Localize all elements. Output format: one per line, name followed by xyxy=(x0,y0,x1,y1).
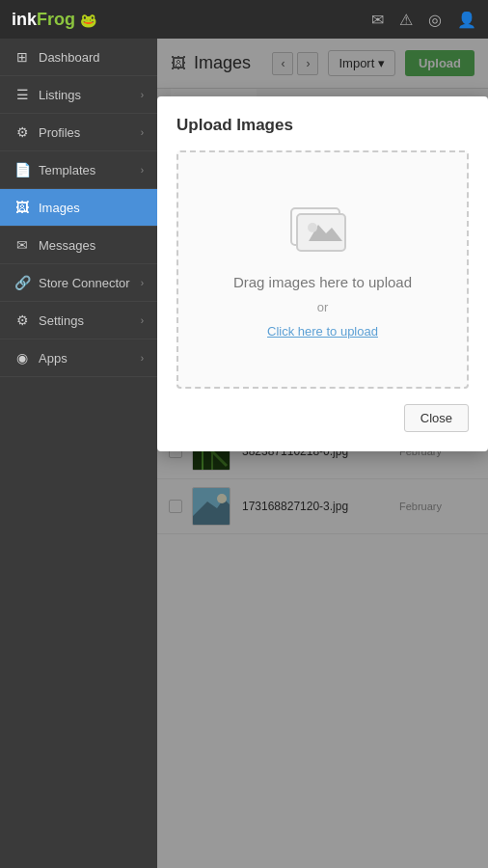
logo-icon: 🐸 xyxy=(80,13,96,28)
store-connector-icon: 🔗 xyxy=(14,275,31,290)
sidebar-item-profiles[interactable]: ⚙ Profiles › xyxy=(0,114,157,151)
alert-icon[interactable]: ⚠ xyxy=(399,11,413,29)
modal-close-button[interactable]: Close xyxy=(404,404,469,432)
sidebar: ⊞ Dashboard ☰ Listings › ⚙ Profiles › 📄 … xyxy=(0,39,157,868)
sidebar-item-label: Settings xyxy=(39,313,84,328)
apps-icon: ◉ xyxy=(14,350,31,366)
drop-zone[interactable]: Drag images here to upload or Click here… xyxy=(176,150,469,389)
settings-icon: ⚙ xyxy=(14,312,31,328)
sidebar-item-templates[interactable]: 📄 Templates › xyxy=(0,151,157,189)
main-layout: ⊞ Dashboard ☰ Listings › ⚙ Profiles › 📄 … xyxy=(0,39,488,868)
svg-point-9 xyxy=(308,223,317,232)
chevron-right-icon: › xyxy=(141,315,144,326)
dashboard-icon: ⊞ xyxy=(14,49,31,65)
sidebar-item-label: Dashboard xyxy=(39,50,100,65)
sidebar-item-label: Templates xyxy=(39,163,95,177)
chevron-right-icon: › xyxy=(141,165,144,176)
sidebar-item-apps[interactable]: ◉ Apps › xyxy=(0,339,157,377)
drop-or-text: or xyxy=(317,300,329,314)
user-icon[interactable]: 👤 xyxy=(457,11,476,29)
chevron-right-icon: › xyxy=(141,90,144,100)
sidebar-item-label: Listings xyxy=(39,88,81,102)
chevron-right-icon: › xyxy=(141,278,144,288)
app-logo: inkFrog 🐸 xyxy=(12,10,96,30)
globe-icon[interactable]: ◎ xyxy=(428,11,442,29)
top-nav: inkFrog 🐸 ✉ ⚠ ◎ 👤 xyxy=(0,0,488,39)
chevron-right-icon: › xyxy=(141,353,144,364)
top-nav-icons: ✉ ⚠ ◎ 👤 xyxy=(371,11,476,29)
mail-icon[interactable]: ✉ xyxy=(371,11,384,29)
modal-overlay: Upload Images Drag images here to upload… xyxy=(157,39,488,868)
sidebar-item-dashboard[interactable]: ⊞ Dashboard xyxy=(0,39,157,76)
drop-zone-icon xyxy=(289,201,357,264)
upload-modal: Upload Images Drag images here to upload… xyxy=(157,96,488,451)
modal-title: Upload Images xyxy=(176,116,469,135)
sidebar-item-label: Messages xyxy=(39,238,95,253)
chevron-right-icon: › xyxy=(141,127,144,138)
logo-highlight: Frog xyxy=(37,10,75,29)
templates-icon: 📄 xyxy=(14,162,31,177)
listings-icon: ☰ xyxy=(14,87,31,102)
images-icon: 🖼 xyxy=(14,200,31,215)
sidebar-item-images[interactable]: 🖼 Images xyxy=(0,189,157,227)
messages-icon: ✉ xyxy=(14,237,31,253)
sidebar-item-label: Profiles xyxy=(39,125,80,140)
sidebar-item-messages[interactable]: ✉ Messages xyxy=(0,227,157,264)
sidebar-item-store-connector[interactable]: 🔗 Store Connector › xyxy=(0,264,157,302)
modal-footer: Close xyxy=(176,404,469,432)
sidebar-item-settings[interactable]: ⚙ Settings › xyxy=(0,302,157,339)
click-to-upload-link[interactable]: Click here to upload xyxy=(267,324,378,339)
main-content: 🖼 Images ‹ › Import ▾ Upload All Images … xyxy=(157,39,488,868)
profiles-icon: ⚙ xyxy=(14,124,31,140)
sidebar-item-label: Apps xyxy=(39,351,68,366)
sidebar-item-label: Store Connector xyxy=(39,276,130,290)
sidebar-item-label: Images xyxy=(39,201,80,215)
sidebar-item-listings[interactable]: ☰ Listings › xyxy=(0,76,157,114)
drop-zone-text: Drag images here to upload xyxy=(233,274,412,290)
